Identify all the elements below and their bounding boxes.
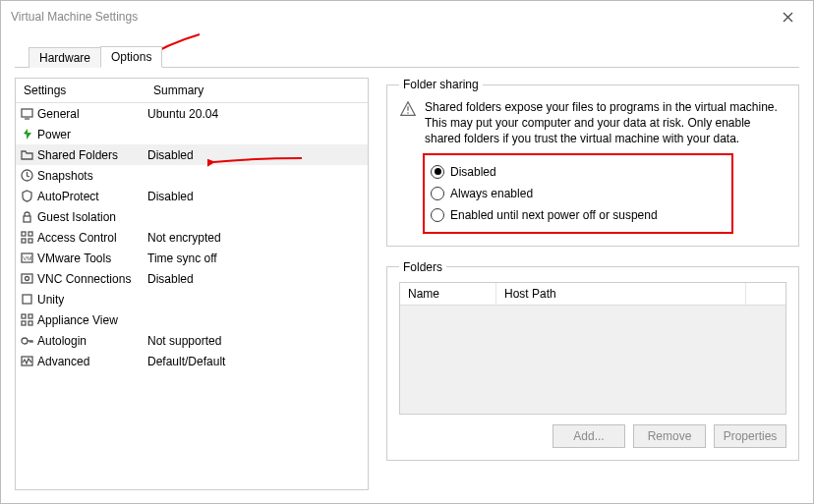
list-item[interactable]: Appliance View [16, 309, 368, 330]
list-item[interactable]: GeneralUbuntu 20.04 [16, 103, 368, 124]
grid-icon [20, 230, 34, 245]
svg-rect-7 [29, 239, 32, 243]
radio-label: Disabled [450, 165, 496, 179]
list-item-label: Unity [37, 293, 145, 307]
key-icon [20, 333, 34, 348]
tab-bar: Hardware Options [15, 44, 799, 68]
warning-text: Shared folders expose your files to prog… [425, 99, 786, 147]
power-icon [20, 127, 34, 141]
folder-sharing-legend: Folder sharing [399, 78, 483, 91]
svg-rect-0 [22, 109, 32, 117]
list-item-label: VNC Connections [37, 272, 145, 286]
remove-button[interactable]: Remove [633, 424, 706, 448]
settings-list-header: Settings Summary [16, 79, 368, 103]
svg-rect-13 [22, 314, 26, 318]
tab-options[interactable]: Options [100, 46, 162, 68]
shield-icon [20, 189, 34, 203]
list-item-label: Power [37, 128, 145, 141]
list-item-icon [16, 292, 37, 307]
list-item-label: Appliance View [37, 313, 145, 327]
folder-sharing-group: Folder sharing Shared folders expose you… [386, 78, 799, 247]
svg-text:VM: VM [23, 255, 31, 261]
folders-group: Folders Name Host Path Add... Remove Pro… [386, 260, 799, 461]
list-item-label: Access Control [37, 231, 145, 245]
list-item[interactable]: Shared FoldersDisabled [16, 144, 368, 165]
radio-label: Enabled until next power off or suspend [450, 208, 658, 222]
folder-icon [20, 147, 34, 162]
radio-always-enabled[interactable]: Always enabled [431, 183, 724, 204]
list-item[interactable]: AutoProtectDisabled [16, 186, 368, 206]
vnc-icon [20, 271, 34, 286]
svg-rect-5 [29, 232, 32, 236]
warning-icon [399, 100, 417, 118]
folders-column-spacer [746, 283, 785, 305]
list-item-icon [16, 168, 37, 183]
radio-label: Always enabled [450, 187, 533, 200]
list-item-label: Shared Folders [37, 148, 145, 162]
list-item[interactable]: VNC ConnectionsDisabled [16, 268, 368, 289]
window-title: Virtual Machine Settings [11, 10, 138, 24]
list-item[interactable]: Guest Isolation [16, 206, 368, 227]
wave-icon [20, 354, 34, 368]
list-item[interactable]: AutologinNot supported [16, 330, 368, 351]
folders-column-host[interactable]: Host Path [496, 283, 746, 305]
list-item-icon [16, 271, 37, 286]
list-item-label: VMware Tools [37, 252, 145, 265]
list-item-label: Advanced [37, 355, 145, 368]
list-item-summary: Disabled [145, 148, 368, 162]
list-item[interactable]: Access ControlNot encrypted [16, 227, 368, 248]
properties-button[interactable]: Properties [714, 424, 786, 448]
list-item-label: Guest Isolation [37, 210, 145, 224]
folders-table[interactable]: Name Host Path [399, 282, 786, 415]
svg-rect-6 [22, 239, 26, 243]
list-item-icon [16, 354, 37, 368]
radio-disabled[interactable]: Disabled [431, 161, 724, 183]
svg-rect-12 [23, 295, 31, 304]
list-item-label: General [37, 107, 145, 121]
list-item-icon: VM [16, 251, 37, 265]
tab-hardware[interactable]: Hardware [29, 47, 101, 68]
list-item[interactable]: Unity [16, 289, 368, 309]
folders-column-name[interactable]: Name [400, 283, 496, 305]
svg-rect-14 [29, 314, 32, 318]
svg-rect-4 [22, 232, 26, 236]
add-button[interactable]: Add... [552, 424, 625, 448]
column-header-settings[interactable]: Settings [16, 79, 145, 102]
list-item-icon [16, 147, 37, 162]
list-item-summary: Time sync off [145, 252, 368, 265]
list-item-icon [16, 189, 37, 203]
list-item[interactable]: VMVMware ToolsTime sync off [16, 248, 368, 268]
list-item[interactable]: AdvancedDefault/Default [16, 351, 368, 371]
list-item-icon [16, 127, 37, 141]
column-header-summary[interactable]: Summary [145, 79, 368, 102]
svg-rect-16 [29, 321, 32, 325]
radio-icon [431, 187, 444, 200]
list-item-label: Snapshots [37, 169, 145, 183]
clock-icon [20, 168, 34, 183]
radio-icon [431, 208, 444, 222]
monitor-icon [20, 106, 34, 121]
list-item-summary: Default/Default [145, 355, 368, 368]
lock-icon [20, 209, 34, 224]
list-item-icon [16, 106, 37, 121]
list-item[interactable]: Power [16, 124, 368, 144]
svg-rect-10 [22, 274, 32, 283]
svg-rect-3 [24, 216, 30, 222]
list-item-icon [16, 312, 37, 327]
sharing-mode-radio-group: Disabled Always enabled Enabled until ne… [423, 153, 733, 234]
radio-until-poweroff[interactable]: Enabled until next power off or suspend [431, 204, 724, 226]
radio-icon [431, 165, 444, 179]
square-icon [20, 292, 34, 307]
svg-point-17 [22, 338, 28, 344]
list-item-icon [16, 209, 37, 224]
list-item-summary: Ubuntu 20.04 [145, 107, 368, 121]
list-item-summary: Not encrypted [145, 231, 368, 245]
close-icon [783, 12, 793, 23]
list-item-icon [16, 333, 37, 348]
list-item[interactable]: Snapshots [16, 165, 368, 186]
close-button[interactable] [768, 3, 807, 30]
apps-icon [20, 312, 34, 327]
svg-rect-15 [22, 321, 26, 325]
svg-point-20 [407, 112, 409, 114]
list-item-summary: Disabled [145, 272, 368, 286]
